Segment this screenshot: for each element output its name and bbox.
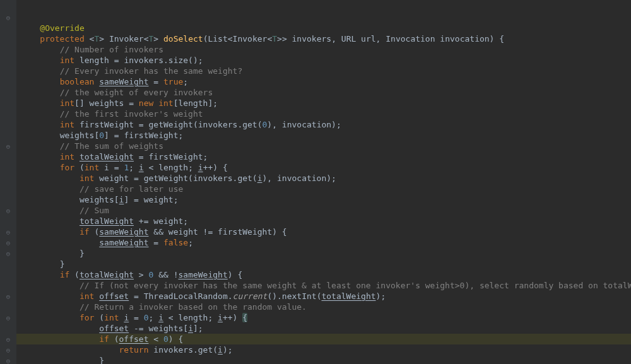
fold-toggle-icon[interactable]: ⊖ xyxy=(4,13,13,21)
code-line: } xyxy=(20,355,631,364)
code-line: int weight = getWeight(invokers.get(i), … xyxy=(20,173,631,184)
code-line: } xyxy=(20,259,631,269)
fold-toggle-icon[interactable]: ⊖ xyxy=(4,356,13,364)
code-line: if (sameWeight && weight != firstWeight)… xyxy=(20,226,631,237)
code-line: // Sum xyxy=(20,205,631,216)
code-line: } xyxy=(20,248,631,259)
fold-toggle-icon[interactable]: ⊖ xyxy=(4,206,13,214)
code-line: for (int i = 1; i < length; i++) { xyxy=(20,162,631,173)
fold-toggle-icon[interactable]: ⊖ xyxy=(4,291,13,300)
fold-toggle-icon[interactable]: ⊖ xyxy=(4,249,13,257)
code-line: offset -= weights[i]; xyxy=(20,323,631,334)
editor-gutter[interactable]: ⊖⊖⊖⊖⊖⊖⊖⊖⊖⊖⊖ xyxy=(0,0,16,364)
code-line: // Return a invoker based on the random … xyxy=(20,302,631,312)
fold-toggle-icon[interactable]: ⊖ xyxy=(4,345,13,354)
code-line: // save for later use xyxy=(20,184,631,194)
fold-toggle-icon[interactable]: ⊖ xyxy=(4,313,13,322)
code-line: weights[i] = weight; xyxy=(20,194,631,205)
code-line: int length = invokers.size(); xyxy=(20,55,631,66)
code-line: return invokers.get(i); xyxy=(20,344,631,355)
code-line: // The sum of weights xyxy=(20,141,631,151)
code-line: // If (not every invoker has the same we… xyxy=(20,280,631,291)
code-line: // Every invoker has the same weight? xyxy=(20,66,631,76)
code-line: int[] weights = new int[length]; xyxy=(20,98,631,109)
code-text: @Override protected <T> Invoker<T> doSel… xyxy=(20,23,631,364)
code-line: int totalWeight = firstWeight; xyxy=(20,151,631,162)
code-editor: ⊖⊖⊖⊖⊖⊖⊖⊖⊖⊖⊖ @Override protected <T> Invo… xyxy=(0,0,631,364)
code-area[interactable]: @Override protected <T> Invoker<T> doSel… xyxy=(16,0,631,364)
fold-toggle-icon[interactable]: ⊖ xyxy=(4,141,13,150)
code-line: // the weight of every invokers xyxy=(20,87,631,98)
code-line: sameWeight = false; xyxy=(20,237,631,248)
code-line: if (offset < 0) { xyxy=(20,334,631,344)
code-line: for (int i = 0; i < length; i++) { xyxy=(20,312,631,323)
fold-toggle-icon[interactable]: ⊖ xyxy=(4,227,13,236)
code-line: if (totalWeight > 0 && !sameWeight) { xyxy=(20,269,631,280)
code-line: int offset = ThreadLocalRandom.current()… xyxy=(20,291,631,302)
code-line: int firstWeight = getWeight(invokers.get… xyxy=(20,119,631,130)
code-line: totalWeight += weight; xyxy=(20,216,631,226)
code-line: @Override xyxy=(20,23,631,33)
code-line: boolean sameWeight = true; xyxy=(20,76,631,87)
code-line: weights[0] = firstWeight; xyxy=(20,130,631,141)
fold-toggle-icon[interactable]: ⊖ xyxy=(4,238,13,247)
code-line: // the first invoker's weight xyxy=(20,109,631,119)
code-line: // Number of invokers xyxy=(20,44,631,55)
fold-toggle-icon[interactable]: ⊖ xyxy=(4,334,13,343)
code-line: protected <T> Invoker<T> doSelect(List<I… xyxy=(20,33,631,44)
